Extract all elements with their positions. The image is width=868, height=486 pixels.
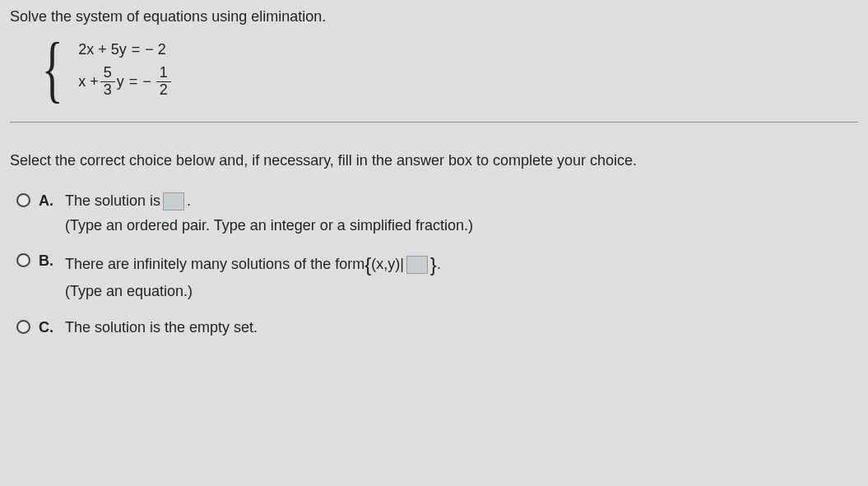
equation-1: 2x + 5y = − 2 <box>78 39 173 60</box>
choices-group: A. The solution is . (Type an ordered pa… <box>16 191 858 337</box>
choice-b-answer-box[interactable] <box>406 256 428 274</box>
choice-a: A. The solution is . (Type an ordered pa… <box>16 191 858 235</box>
set-mid: (x,y)| <box>371 254 404 275</box>
eq2-rhs-num: 1 <box>156 65 171 82</box>
choice-a-body: The solution is . (Type an ordered pair.… <box>65 191 858 235</box>
eq2-neg: − <box>142 72 151 92</box>
choice-b-line1: There are infinitely many solutions of t… <box>65 251 858 279</box>
choice-a-letter: A. <box>39 191 57 211</box>
eq2-coef-den: 3 <box>100 82 115 99</box>
eq2-coef-fraction: 5 3 <box>100 65 115 99</box>
eq1-equals: = <box>132 39 141 60</box>
system-brace: { <box>42 35 63 102</box>
choice-b-post: . <box>437 254 441 275</box>
equation-2: x + 5 3 y = − 1 2 <box>78 65 173 99</box>
choice-a-line1: The solution is . <box>65 191 858 211</box>
eq2-rhs-den: 2 <box>156 82 171 99</box>
eq2-equals: = <box>129 72 138 92</box>
eq2-rhs-fraction: 1 2 <box>156 65 171 99</box>
choice-c: C. The solution is the empty set. <box>16 317 858 338</box>
eq2-coef-num: 5 <box>100 65 115 82</box>
choice-c-body: The solution is the empty set. <box>65 317 858 338</box>
equation-system: { 2x + 5y = − 2 x + 5 3 y = − 1 2 <box>35 35 858 102</box>
choice-a-pre: The solution is <box>65 191 160 211</box>
eq2-y: y <box>117 72 124 92</box>
eq1-left: 2x + 5y <box>78 39 127 60</box>
set-close-brace: } <box>430 251 437 279</box>
eq1-right: − 2 <box>145 39 166 60</box>
radio-a[interactable] <box>16 193 30 207</box>
choice-a-post: . <box>187 191 191 211</box>
divider <box>10 122 858 123</box>
choice-c-letter: C. <box>39 317 57 338</box>
set-open-brace: { <box>364 251 371 279</box>
radio-c[interactable] <box>16 320 30 334</box>
question-text: Solve the system of equations using elim… <box>10 7 858 27</box>
choice-b-letter: B. <box>39 251 57 271</box>
choice-b-pre: There are infinitely many solutions of t… <box>65 254 364 275</box>
choice-b: B. There are infinitely many solutions o… <box>16 251 858 303</box>
choice-c-text: The solution is the empty set. <box>65 317 858 338</box>
equations: 2x + 5y = − 2 x + 5 3 y = − 1 2 <box>78 39 173 99</box>
choice-a-hint: (Type an ordered pair. Type an integer o… <box>65 215 858 236</box>
choice-a-answer-box[interactable] <box>163 192 184 211</box>
radio-b[interactable] <box>16 253 30 267</box>
choice-b-body: There are infinitely many solutions of t… <box>65 251 858 303</box>
instruction-text: Select the correct choice below and, if … <box>10 150 858 171</box>
eq2-x: x + <box>78 72 99 92</box>
choice-b-hint: (Type an equation.) <box>65 281 858 302</box>
